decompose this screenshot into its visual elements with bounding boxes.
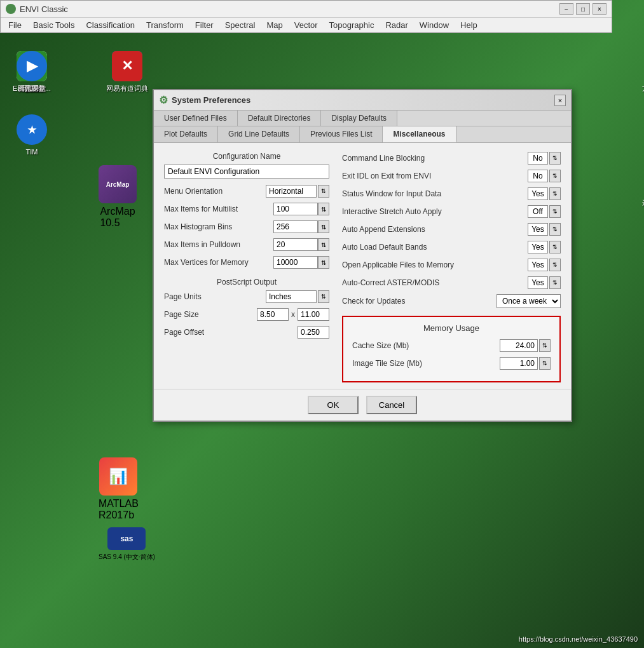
open-files-input[interactable] bbox=[528, 259, 548, 271]
image-tile-size-input[interactable] bbox=[500, 357, 538, 370]
page-offset-row: Page Offset bbox=[164, 326, 329, 339]
check-updates-select[interactable]: Once a week Once a day Never bbox=[497, 294, 561, 308]
right-panel: Command Line Blocking ⇅ Exit IDL on Exit… bbox=[342, 152, 561, 382]
status-window-toggle[interactable]: ⇅ bbox=[549, 187, 561, 200]
tab-user-defined-files[interactable]: User Defined Files bbox=[154, 111, 238, 126]
auto-load-toggle[interactable]: ⇅ bbox=[549, 241, 561, 253]
desktop-icon-potato[interactable]: 📕 0620马铃薯 bbox=[638, 51, 644, 93]
exit-idl-toggle[interactable]: ⇅ bbox=[549, 170, 561, 182]
tab-plot-defaults[interactable]: Plot Defaults bbox=[154, 126, 218, 142]
max-multilist-spinner[interactable]: ⇅ bbox=[318, 203, 329, 215]
max-vertices-spinner[interactable]: ⇅ bbox=[318, 256, 329, 269]
tab-display-defaults[interactable]: Display Defaults bbox=[321, 111, 397, 126]
open-files-toggle[interactable]: ⇅ bbox=[549, 259, 561, 271]
desktop-icon-sas[interactable]: sas SAS 9.4 (中文·简体) bbox=[99, 527, 155, 562]
tim-icon: ★ bbox=[17, 114, 47, 145]
exit-idl-label: Exit IDL on Exit from ENVI bbox=[342, 172, 528, 180]
page-units-input[interactable] bbox=[266, 290, 317, 303]
close-button[interactable]: × bbox=[593, 3, 606, 15]
menu-help[interactable]: Help bbox=[455, 19, 483, 31]
cmd-blocking-input[interactable] bbox=[528, 152, 548, 165]
max-vertices-label: Max Vertices for Memory bbox=[164, 258, 273, 267]
auto-load-label: Auto Load Default Bands bbox=[342, 243, 528, 252]
menu-file[interactable]: File bbox=[3, 19, 27, 31]
max-multilist-input[interactable] bbox=[273, 203, 318, 215]
exit-idl-input[interactable] bbox=[528, 170, 548, 182]
desktop-icon-tim[interactable]: ★ TIM bbox=[6, 114, 57, 156]
status-url: https://blog.csdn.net/weixin_43637490 bbox=[519, 635, 638, 643]
menu-orientation-toggle[interactable]: ⇅ bbox=[318, 185, 329, 198]
interactive-stretch-input[interactable] bbox=[528, 205, 548, 218]
menu-orientation-label: Menu Orientation bbox=[164, 187, 266, 196]
max-histogram-spinner[interactable]: ⇅ bbox=[318, 220, 329, 233]
max-multilist-row: Max Items for Multilist ⇅ bbox=[164, 203, 329, 215]
menu-filter[interactable]: Filter bbox=[190, 19, 219, 31]
ok-button[interactable]: OK bbox=[308, 396, 359, 414]
dialog-title: System Preferences bbox=[172, 95, 250, 105]
auto-correct-input[interactable] bbox=[528, 276, 548, 289]
envi-icon bbox=[6, 4, 16, 14]
tab-miscellaneous[interactable]: Miscellaneous bbox=[383, 126, 456, 142]
status-window-label: Status Window for Input Data bbox=[342, 189, 528, 198]
check-updates-label: Check for Updates bbox=[342, 297, 497, 306]
dialog-close-button[interactable]: × bbox=[554, 95, 566, 106]
menu-vector[interactable]: Vector bbox=[289, 19, 323, 31]
max-vertices-input[interactable] bbox=[273, 256, 318, 269]
interactive-stretch-toggle[interactable]: ⇅ bbox=[549, 205, 561, 218]
desktop-icon-arcmap[interactable]: ArcMap ArcMap10.5 bbox=[99, 165, 137, 229]
tab-previous-files-list[interactable]: Previous Files List bbox=[300, 126, 383, 142]
status-window-input[interactable] bbox=[528, 187, 548, 200]
desktop-icon-tencent[interactable]: ▶ 腾讯课堂 bbox=[6, 51, 57, 93]
page-size-row: Page Size x bbox=[164, 308, 329, 321]
page-size-height[interactable] bbox=[298, 308, 329, 321]
minimize-button[interactable]: − bbox=[559, 3, 573, 15]
arcmap-label: ArcMap10.5 bbox=[100, 206, 135, 229]
auto-correct-toggle[interactable]: ⇅ bbox=[549, 276, 561, 289]
exit-idl-row: Exit IDL on Exit from ENVI ⇅ bbox=[342, 170, 561, 182]
desktop-icon-xmind[interactable]: ✕ bbox=[102, 51, 153, 84]
page-size-inputs: x bbox=[257, 308, 329, 321]
menu-topographic[interactable]: Topographic bbox=[324, 19, 380, 31]
menu-map[interactable]: Map bbox=[261, 19, 287, 31]
menu-transform[interactable]: Transform bbox=[141, 19, 189, 31]
config-name-input[interactable] bbox=[164, 165, 329, 179]
dialog-title-left: ⚙ System Preferences bbox=[159, 94, 250, 106]
auto-correct-row: Auto-Correct ASTER/MODIS ⇅ bbox=[342, 276, 561, 289]
desktop-icon-matlab[interactable]: 📊 MATLABR2017b bbox=[99, 457, 139, 521]
tab-default-directories[interactable]: Default Directories bbox=[238, 111, 322, 126]
menu-radar[interactable]: Radar bbox=[380, 19, 413, 31]
image-tile-size-spinner[interactable]: ⇅ bbox=[539, 357, 551, 370]
cmd-blocking-toggle[interactable]: ⇅ bbox=[549, 152, 561, 165]
menu-spectral[interactable]: Spectral bbox=[220, 19, 261, 31]
auto-load-row: Auto Load Default Bands ⇅ bbox=[342, 241, 561, 253]
page-units-row: Page Units ⇅ bbox=[164, 290, 329, 303]
envi-menu-bar: File Basic Tools Classification Transfor… bbox=[1, 18, 612, 32]
menu-classification[interactable]: Classification bbox=[81, 19, 140, 31]
config-name-label: Configuration Name bbox=[164, 152, 329, 161]
maximize-button[interactable]: □ bbox=[576, 3, 590, 15]
auto-load-input[interactable] bbox=[528, 241, 548, 253]
xmind-icon: ✕ bbox=[112, 51, 142, 81]
page-offset-input[interactable] bbox=[298, 326, 329, 339]
dialog-footer: OK Cancel bbox=[154, 389, 571, 421]
page-units-toggle[interactable]: ⇅ bbox=[318, 290, 329, 303]
menu-orientation-input[interactable] bbox=[266, 185, 317, 198]
cache-size-spinner[interactable]: ⇅ bbox=[539, 339, 551, 352]
cache-size-input[interactable] bbox=[500, 339, 538, 352]
max-histogram-input[interactable] bbox=[273, 220, 318, 233]
max-vertices-row: Max Vertices for Memory ⇅ bbox=[164, 256, 329, 269]
tab-grid-line-defaults[interactable]: Grid Line Defaults bbox=[218, 126, 300, 142]
dialog-icon: ⚙ bbox=[159, 94, 168, 106]
menu-basic-tools[interactable]: Basic Tools bbox=[28, 19, 80, 31]
desktop-icon-admin[interactable]: 📁 行政 bbox=[638, 165, 644, 207]
max-pulldown-input[interactable] bbox=[273, 238, 318, 251]
cancel-button[interactable]: Cancel bbox=[366, 396, 417, 414]
auto-append-input[interactable] bbox=[528, 223, 548, 236]
envi-title: ENVI Classic bbox=[20, 4, 68, 14]
max-histogram-row: Max Histogram Bins ⇅ bbox=[164, 220, 329, 233]
menu-window[interactable]: Window bbox=[414, 19, 454, 31]
auto-append-toggle[interactable]: ⇅ bbox=[549, 223, 561, 236]
page-size-width[interactable] bbox=[257, 308, 289, 321]
page-offset-label: Page Offset bbox=[164, 328, 298, 337]
max-pulldown-spinner[interactable]: ⇅ bbox=[318, 238, 329, 251]
